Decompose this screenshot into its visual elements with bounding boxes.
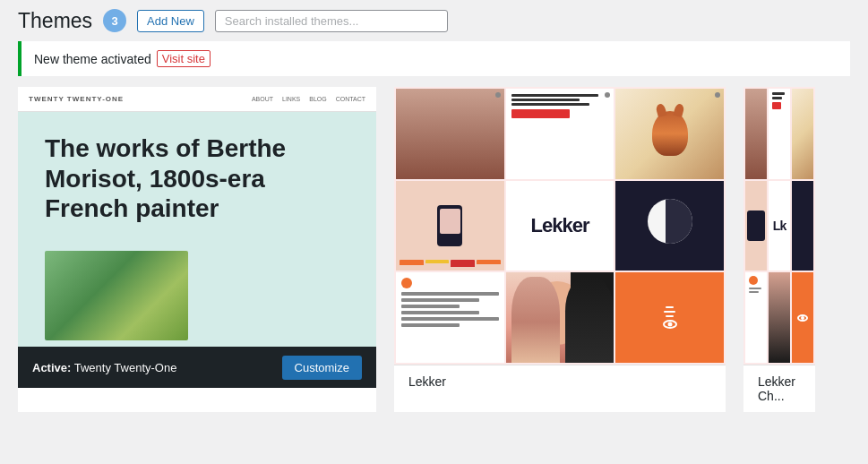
text-line-1 <box>401 292 499 296</box>
bar-4 <box>477 260 501 264</box>
lekker-child-theme-name: Lekker Ch... <box>758 374 795 403</box>
person-right <box>565 277 614 363</box>
lekker-cell-2-1 <box>396 181 504 271</box>
notification-message: New theme activated <box>34 52 151 66</box>
partial-cell-2 <box>769 89 790 179</box>
page-title: Themes <box>18 11 92 31</box>
dark-illustration <box>615 181 724 271</box>
text-line-2 <box>401 298 479 302</box>
bar-3 <box>451 260 475 266</box>
partial-grid: Lk <box>743 87 815 365</box>
lekker-cell-1-2 <box>506 89 614 179</box>
lekker-cell-2-2: Lekker <box>506 181 614 271</box>
corner-dot-1 <box>495 92 501 98</box>
orange-dot <box>401 278 412 288</box>
corner-dot-3 <box>715 92 720 98</box>
lekker-cell-1-1 <box>396 89 504 179</box>
theme-card-lekker-child: Lk Lekker Ch... <box>743 87 815 412</box>
add-new-button[interactable]: Add New <box>137 10 204 32</box>
figure-cell <box>506 272 614 363</box>
nav-blog: BLOG <box>309 96 326 102</box>
partial-cell-9 <box>792 272 813 363</box>
lekker-grid: Lekker <box>394 87 726 365</box>
active-bar: Active: Twenty Twenty-One Customize <box>18 347 376 388</box>
lekker-cell-2-3 <box>615 181 724 271</box>
text-line-4 <box>401 311 479 314</box>
text-line-5 <box>401 317 499 321</box>
visit-site-link[interactable]: Visit site <box>157 50 211 67</box>
nav-contact: CONTACT <box>336 96 365 102</box>
lekker-preview: Lekker <box>394 87 726 365</box>
active-preview: TWENTY TWENTY-ONE ABOUT LINKS BLOG CONTA… <box>18 87 376 347</box>
partial-cell-6 <box>792 181 813 271</box>
bar-2 <box>425 260 450 263</box>
theme-count-badge: 3 <box>103 9 126 32</box>
active-text: Active: <box>32 361 71 374</box>
lekker-big-text: Lekker <box>531 214 589 237</box>
partial-preview: Lk <box>743 87 815 365</box>
lekker-cell-1-3 <box>615 89 724 179</box>
lekker-child-name-bar: Lekker Ch... <box>743 365 815 412</box>
nav-about: ABOUT <box>252 96 273 102</box>
preview-content: The works of Berthe Morisot, 1800s-era F… <box>18 112 376 347</box>
theme-card-active: TWENTY TWENTY-ONE ABOUT LINKS BLOG CONTA… <box>18 87 376 412</box>
partial-cell-3 <box>792 89 813 179</box>
eye-icon <box>663 320 677 329</box>
active-theme-name: Twenty Twenty-One <box>74 361 177 374</box>
colored-bars <box>400 260 501 267</box>
phone-cell <box>396 181 504 271</box>
preview-topbar: TWENTY TWENTY-ONE ABOUT LINKS BLOG CONTA… <box>18 87 376 112</box>
notification-bar: New theme activated Visit site <box>18 41 850 76</box>
customize-button[interactable]: Customize <box>282 356 362 380</box>
partial-cell-7 <box>745 272 767 363</box>
theme-card-lekker: Lekker <box>394 87 726 412</box>
lekker-theme-name: Lekker <box>408 374 446 389</box>
eye-icon-cell <box>663 272 677 363</box>
partial-cell-8 <box>769 272 790 363</box>
themes-grid: TWENTY TWENTY-ONE ABOUT LINKS BLOG CONTA… <box>0 87 868 412</box>
preview-nav: ABOUT LINKS BLOG CONTACT <box>252 96 365 102</box>
brand-text-block <box>506 89 614 124</box>
eye-pupil <box>667 322 672 327</box>
lekker-cell-3-1 <box>396 272 504 363</box>
page-header: Themes 3 Add New <box>0 0 868 41</box>
partial-cell-5: Lk <box>769 181 790 271</box>
search-input[interactable] <box>215 10 448 32</box>
lekker-cell-3-3 <box>615 272 724 363</box>
lekker-cell-3-2 <box>506 272 614 363</box>
text-line-3 <box>401 305 460 308</box>
animal-illustration <box>615 89 724 179</box>
partial-cell-1 <box>745 89 767 179</box>
preview-heading: The works of Berthe Morisot, 1800s-era F… <box>45 133 349 224</box>
preview-site-name: TWENTY TWENTY-ONE <box>29 95 124 103</box>
active-theme-label: Active: Twenty Twenty-One <box>32 361 176 374</box>
bar-1 <box>400 260 424 265</box>
preview-landscape-image <box>45 251 188 340</box>
lekker-name-bar: Lekker <box>394 365 726 398</box>
person-left <box>511 277 560 363</box>
person-figure-1 <box>396 89 504 179</box>
small-text-block <box>396 272 504 335</box>
partial-cell-4 <box>745 181 767 271</box>
nav-links: LINKS <box>282 96 300 102</box>
text-line-6 <box>401 323 460 327</box>
